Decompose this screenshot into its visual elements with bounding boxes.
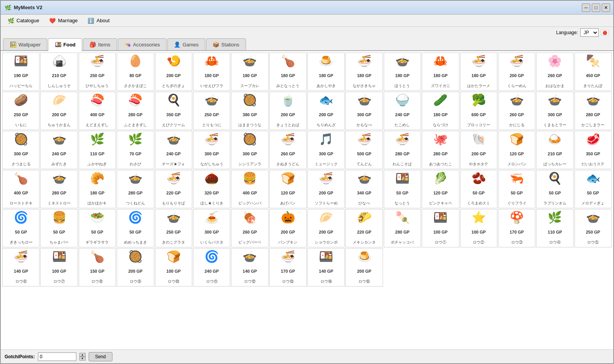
food-item[interactable]: 🍲 240 GP みずたき <box>40 131 78 169</box>
menu-catalogue[interactable]: 🌿 Catalogue <box>3 15 43 26</box>
food-item[interactable]: 🍮 180 GP あかしやき <box>307 53 345 91</box>
food-item[interactable]: 🍜 260 GP さぬきうどん <box>269 131 307 169</box>
food-item[interactable]: 🌰 320 GP ほし★くりき <box>193 170 230 208</box>
food-item[interactable]: 🍲 250 GP とりもつに <box>193 92 230 130</box>
food-item[interactable]: 🍜 200 GP ソフトらーめ <box>307 170 345 208</box>
food-item[interactable]: 🍖 260 GP ビッグバーベ <box>231 209 268 247</box>
food-item[interactable]: 🍄 170 GP ロウ③ <box>498 209 535 247</box>
food-item[interactable]: 🍲 180 GP スープカレ <box>231 53 268 91</box>
food-item[interactable]: 🌸 260 GP おはなかま <box>536 53 573 91</box>
food-item[interactable]: 🍗 180 GP みとなっとう <box>269 53 307 91</box>
food-item[interactable]: 🍜 250 GP ひやしちゅう <box>79 53 116 91</box>
food-item[interactable]: 🌿 110 GP ロウ④ <box>536 209 573 247</box>
food-item[interactable]: 🍙 210 GP しんしゅうそ <box>40 53 78 91</box>
food-item[interactable]: 🌀 240 GP ロウ⑪ <box>193 248 230 287</box>
food-item[interactable]: 🍲 300 GP かもなべ <box>345 92 383 130</box>
food-item[interactable]: 🍝 300 GP いくらパスタ <box>193 209 230 247</box>
food-item[interactable]: 🐟 50 GP メロディぎょ <box>574 170 612 208</box>
food-item[interactable]: 🍲 280 GP ミネストロー <box>40 170 78 208</box>
food-item[interactable]: 🥘 300 GP さつまじる <box>2 131 40 169</box>
food-item[interactable]: 🍜 140 GP ロウ⑥ <box>2 248 40 287</box>
food-item[interactable]: 🍜 170 GP ロウ⑬ <box>269 248 307 287</box>
food-item[interactable]: 🍲 250 GP ロウ⑤ <box>574 209 612 247</box>
food-item[interactable]: 🥘 200 GP ロウ⑨ <box>117 248 154 287</box>
send-button[interactable]: Send <box>89 352 112 361</box>
food-item[interactable]: 🍗 150 GP ロウ⑧ <box>79 248 116 287</box>
food-item[interactable]: 🐟 200 GP ちりめんざ <box>307 92 345 130</box>
food-item[interactable]: 🍱 50 GP なっとう <box>384 170 421 208</box>
food-item[interactable]: 🍢 450 GP きりたんぽ <box>574 53 612 91</box>
food-item[interactable]: 🥘 380 GP はままつうな <box>231 92 268 130</box>
food-item[interactable]: 🌿 110 GP ふかやねぎ <box>79 131 116 169</box>
food-item[interactable]: 🍲 260 GP かにじる <box>498 92 535 130</box>
food-item[interactable]: 🍲 280 GP つくねどん <box>117 170 154 208</box>
food-item[interactable]: 🍛 210 GP ばっちカレー <box>536 131 573 169</box>
food-item[interactable]: 🥦 600 GP ブロッコリー <box>460 92 497 130</box>
food-item[interactable]: 🍣 280 GP ふとまきずし <box>117 92 154 130</box>
food-item[interactable]: 🦐 50 GP ぐりフライ <box>498 170 535 208</box>
food-item[interactable]: 🍞 120 GP メロンパン <box>498 131 535 169</box>
food-item[interactable]: 🍵 200 GP きょうとおば <box>269 92 307 130</box>
food-item[interactable]: 🍡 280 GP ポチャッコバ <box>384 209 421 247</box>
food-item[interactable]: 🥬 120 GP ピンクキャベ <box>422 170 459 208</box>
food-item[interactable]: 🌀 50 GP ぎきっちロー <box>2 209 40 247</box>
food-item[interactable]: 🍞 120 GP あげパン <box>269 170 307 208</box>
food-item[interactable]: 🍚 240 GP たこめし <box>384 92 421 130</box>
food-item[interactable]: 🍞 100 GP ロウ⑩ <box>155 248 192 287</box>
food-item[interactable]: 🎵 300 GP ミュージック <box>307 131 345 169</box>
spin-up-button[interactable]: ▲ <box>79 353 86 357</box>
tab-stations[interactable]: 📦 Stations <box>206 38 246 50</box>
food-item[interactable]: 🍱 190 GP ハッピーちら <box>2 53 40 91</box>
food-item[interactable]: 🍤 200 GP とちぎのぎょ <box>155 53 192 91</box>
food-item[interactable]: 🍜 180 GP はかたラーメ <box>460 53 497 91</box>
tab-food[interactable]: 🍱 Food <box>48 38 82 51</box>
food-item[interactable]: 🍲 180 GP ほうとう <box>384 53 421 91</box>
food-item[interactable]: 🍜 180 GP ながさきちゃ <box>345 53 383 91</box>
food-item[interactable]: 🍳 50 GP ラブリンオム <box>536 170 573 208</box>
menu-about[interactable]: ℹ️ About <box>83 15 114 26</box>
food-item[interactable]: 🍮 200 GP ロウ⑮ <box>345 248 383 287</box>
food-item[interactable]: 🌀 50 GP めめっちまき <box>117 209 154 247</box>
minimize-button[interactable]: ─ <box>582 3 590 12</box>
food-item[interactable]: 🐚 200 GP やきホタテ <box>460 131 497 169</box>
food-item[interactable]: 🥐 180 GP ほかほかキ <box>79 170 116 208</box>
food-item[interactable]: 🥔 250 GP いもに <box>2 92 40 130</box>
maximize-button[interactable]: □ <box>592 3 600 12</box>
food-item[interactable]: 🍜 220 GP もりもりそば <box>155 170 192 208</box>
food-item[interactable]: 🍱 100 GP ロウ⑦ <box>40 248 78 287</box>
food-item[interactable]: 🍲 280 GP かごしまラー <box>574 92 612 130</box>
food-item[interactable]: 🍔 50 GP ちゃまバー <box>40 209 78 247</box>
tab-wallpaper[interactable]: 🖼️ Wallpaper <box>3 38 47 50</box>
food-item[interactable]: 🌮 220 GP メキシカンタ <box>345 209 383 247</box>
tab-accessories[interactable]: 👒 Accessories <box>118 38 167 50</box>
food-item[interactable]: 🐙 280 GP あつあつたこ <box>422 131 459 169</box>
tab-games[interactable]: 👤 Games <box>167 38 205 50</box>
food-item[interactable]: 🍜 200 GP くらーめん <box>498 53 535 91</box>
food-item[interactable]: 🍳 350 GP えびクリーム <box>155 92 192 130</box>
food-item[interactable]: 🍲 340 GP ひなべ <box>345 170 383 208</box>
food-item[interactable]: 🥟 200 GP ショウロンポ <box>307 209 345 247</box>
food-item[interactable]: 🍜 280 GP わんこそば <box>384 131 421 169</box>
food-item[interactable]: 🥟 200 GP ちゅうかまん <box>40 92 78 130</box>
food-item[interactable]: 🦀 180 GP ズワイガニ <box>422 53 459 91</box>
food-item[interactable]: 🥩 350 GP だいおうステ <box>574 131 612 169</box>
food-item[interactable]: 🍗 400 GP ローストチキ <box>2 170 40 208</box>
food-item[interactable]: 🥒 180 GP ならづけ <box>422 92 459 130</box>
food-item[interactable]: 🦀 180 GP いせえびフラ <box>193 53 230 91</box>
food-item[interactable]: 🍜 500 GP てんどん <box>345 131 383 169</box>
tab-items[interactable]: 🎒 Items <box>83 38 117 50</box>
spin-down-button[interactable]: ▼ <box>79 357 86 361</box>
food-item[interactable]: 🍲 140 GP ロウ⑫ <box>231 248 268 287</box>
food-item[interactable]: 🥘 300 GP シシリアンラ <box>231 131 268 169</box>
food-item[interactable]: 🍲 250 GP きのこグラタ <box>155 209 192 247</box>
food-item[interactable]: 🌿 70 GP わさび <box>117 131 154 169</box>
food-item[interactable]: 🍔 400 GP ビッグハンバ <box>231 170 268 208</box>
food-item[interactable]: 🍲 240 GP チーズ★フォ <box>155 131 192 169</box>
food-item[interactable]: 🍱 140 GP ロウ⑭ <box>307 248 345 287</box>
food-item[interactable]: ⭐ 100 GP ロウ② <box>460 209 497 247</box>
food-item[interactable]: 🍲 300 GP くまもとラー <box>536 92 573 130</box>
food-item[interactable]: 🫘 50 GP くろまめスミ <box>460 170 497 208</box>
language-select[interactable]: JP EN CN KR <box>580 28 599 37</box>
close-button[interactable]: ✕ <box>602 3 610 12</box>
food-item[interactable]: 🍣 400 GP えどまえずし <box>79 92 116 130</box>
